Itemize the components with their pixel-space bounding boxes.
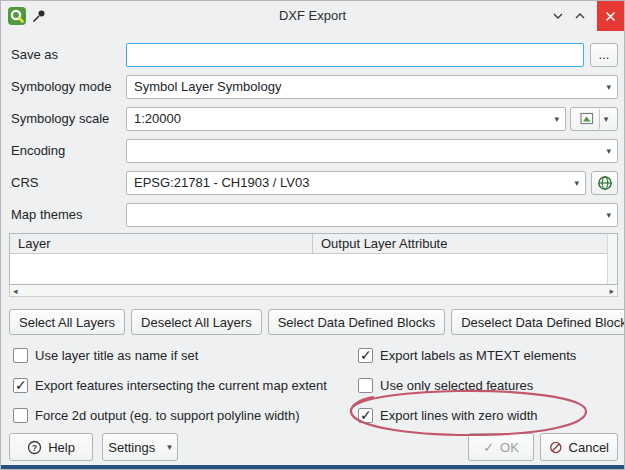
- cancel-button[interactable]: Cancel: [540, 433, 618, 461]
- settings-label: Settings: [108, 440, 155, 455]
- chevron-down-icon: ▾: [606, 76, 611, 98]
- checkbox-label: Export lines with zero width: [380, 408, 538, 423]
- checkbox-label: Use layer title as name if set: [35, 348, 198, 363]
- horizontal-scrollbar[interactable]: ◂ ▸: [9, 285, 618, 297]
- settings-button[interactable]: Settings ▾: [102, 433, 178, 461]
- qgis-logo-icon: [8, 7, 26, 25]
- symbology-mode-value: Symbol Layer Symbology: [134, 79, 281, 94]
- checkbox-label: Force 2d output (eg. to support polyline…: [35, 408, 299, 423]
- deselect-data-defined-blocks-button[interactable]: Deselect Data Defined Blocks: [451, 309, 625, 335]
- vertical-scrollbar[interactable]: [607, 234, 617, 284]
- help-label: Help: [48, 440, 75, 455]
- checkbox-box[interactable]: [358, 348, 373, 363]
- symbology-scale-label: Symbology scale: [11, 107, 109, 131]
- dxf-export-dialog: DXF Export Save as ... Symbology mode Sy…: [0, 0, 625, 470]
- map-themes-select[interactable]: ▾: [126, 203, 618, 227]
- crs-globe-icon: [597, 175, 613, 191]
- titlebar[interactable]: DXF Export: [1, 1, 624, 31]
- crs-select[interactable]: EPSG:21781 - CH1903 / LV03 ▾: [126, 171, 586, 195]
- deselect-all-layers-button[interactable]: Deselect All Layers: [131, 309, 262, 335]
- symbology-scale-value: 1:20000: [134, 111, 181, 126]
- table-header-row: Layer Output Layer Attribute: [10, 234, 617, 254]
- window-title: DXF Export: [1, 1, 624, 31]
- map-scale-icon: [580, 112, 596, 126]
- maximize-icon[interactable]: [574, 10, 586, 22]
- checkbox-force-2d-output[interactable]: Force 2d output (eg. to support polyline…: [13, 406, 299, 424]
- checkbox-box[interactable]: [358, 378, 373, 393]
- checkbox-export-features-intersecting-extent[interactable]: Export features intersecting the current…: [13, 376, 327, 394]
- checkbox-box[interactable]: [13, 348, 28, 363]
- ok-label: OK: [500, 440, 519, 455]
- column-header-layer[interactable]: Layer: [10, 234, 313, 253]
- cancel-icon: [549, 440, 563, 455]
- roll-down-icon[interactable]: [552, 10, 564, 22]
- select-all-layers-button[interactable]: Select All Layers: [9, 309, 125, 335]
- ok-button[interactable]: ✓ OK: [468, 433, 534, 461]
- symbology-mode-label: Symbology mode: [11, 75, 111, 99]
- help-button[interactable]: ? Help: [9, 433, 93, 461]
- checkbox-box[interactable]: [358, 408, 373, 423]
- column-header-output-layer-attribute[interactable]: Output Layer Attribute: [313, 234, 617, 253]
- crs-value: EPSG:21781 - CH1903 / LV03: [134, 175, 309, 190]
- browse-button[interactable]: ...: [590, 43, 618, 67]
- chevron-down-icon: ▾: [606, 140, 611, 162]
- set-scale-from-canvas-button[interactable]: ▾: [570, 107, 618, 131]
- close-button[interactable]: [597, 1, 624, 31]
- pin-icon[interactable]: [32, 9, 46, 23]
- svg-text:?: ?: [32, 442, 37, 452]
- chevron-down-icon: ▾: [554, 108, 559, 130]
- layer-table: Layer Output Layer Attribute: [9, 233, 618, 285]
- check-icon: ✓: [483, 440, 494, 455]
- checkbox-label: Export labels as MTEXT elements: [380, 348, 576, 363]
- window-bottom-edge: [1, 465, 624, 469]
- symbology-mode-select[interactable]: Symbol Layer Symbology ▾: [126, 75, 618, 99]
- save-as-input[interactable]: [126, 43, 584, 67]
- encoding-select[interactable]: ▾: [126, 139, 618, 163]
- chevron-down-icon: ▾: [599, 109, 609, 129]
- checkbox-box[interactable]: [13, 378, 28, 393]
- checkbox-use-layer-title[interactable]: Use layer title as name if set: [13, 346, 198, 364]
- layer-buttons-row: Select All Layers Deselect All Layers Se…: [9, 309, 625, 335]
- scroll-right-icon[interactable]: ▸: [609, 286, 614, 296]
- cancel-label: Cancel: [569, 440, 609, 455]
- chevron-down-icon: ▾: [574, 172, 579, 194]
- save-as-label: Save as: [11, 43, 58, 67]
- chevron-down-icon: ▾: [606, 204, 611, 226]
- checkbox-use-only-selected-features[interactable]: Use only selected features: [358, 376, 533, 394]
- symbology-scale-combobox[interactable]: 1:20000 ▾: [126, 107, 566, 131]
- encoding-label: Encoding: [11, 139, 65, 163]
- checkbox-label: Use only selected features: [380, 378, 533, 393]
- chevron-down-icon: ▾: [167, 442, 172, 452]
- map-themes-label: Map themes: [11, 203, 83, 227]
- help-icon: ?: [27, 440, 42, 455]
- checkbox-export-labels-mtext[interactable]: Export labels as MTEXT elements: [358, 346, 576, 364]
- select-crs-button[interactable]: [591, 171, 618, 195]
- checkbox-export-lines-zero-width[interactable]: Export lines with zero width: [358, 406, 538, 424]
- scroll-left-icon[interactable]: ◂: [13, 286, 18, 296]
- table-body: [10, 254, 617, 284]
- checkbox-label: Export features intersecting the current…: [35, 378, 327, 393]
- crs-label: CRS: [11, 171, 38, 195]
- select-data-defined-blocks-button[interactable]: Select Data Defined Blocks: [268, 309, 446, 335]
- close-icon: [605, 11, 616, 22]
- checkbox-box[interactable]: [13, 408, 28, 423]
